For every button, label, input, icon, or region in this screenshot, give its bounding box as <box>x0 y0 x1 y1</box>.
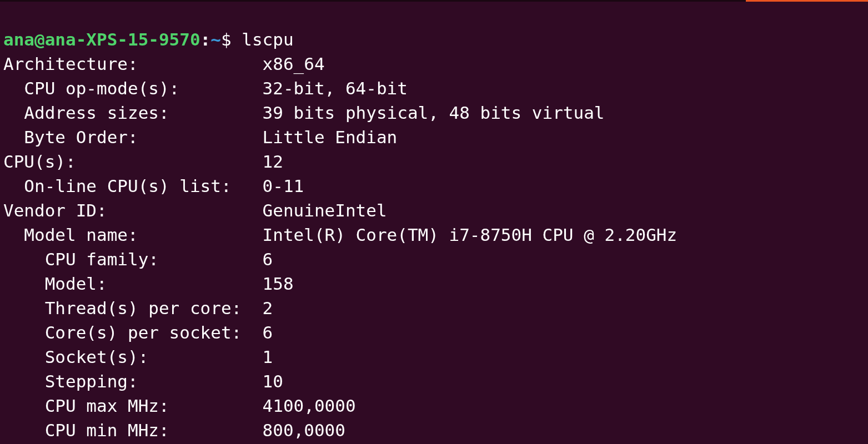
output-value: 0-11 <box>263 176 304 196</box>
prompt-dollar: $ <box>221 29 242 49</box>
output-label: Core(s) per socket: <box>3 322 263 342</box>
output-value: 10 <box>263 371 283 391</box>
output-label: CPU family: <box>3 249 263 269</box>
output-label: Byte Order: <box>3 127 263 147</box>
output-label: Model name: <box>3 225 263 245</box>
output-row: Thread(s) per core: 2 <box>3 296 865 320</box>
window-top-edge-dark <box>0 0 746 2</box>
output-row: Architecture: x86_64 <box>3 52 865 76</box>
output-label: Address sizes: <box>3 103 263 123</box>
output-label: CPU op-mode(s): <box>3 78 263 98</box>
output-value: 6 <box>263 249 273 269</box>
output-label: Vendor ID: <box>3 200 263 220</box>
output-row: Stepping: 10 <box>3 369 865 393</box>
output-row: Vendor ID: GenuineIntel <box>3 198 865 223</box>
window-top-edge <box>0 0 868 2</box>
output-value: 158 <box>263 274 294 294</box>
output-row: Model name: Intel(R) Core(TM) i7-8750H C… <box>3 223 865 247</box>
output-value: Intel(R) Core(TM) i7-8750H CPU @ 2.20GHz <box>263 225 678 245</box>
prompt-line: ana@ana-XPS-15-9570:~$ lscpu <box>3 27 865 52</box>
output-label: On-line CPU(s) list: <box>3 176 263 196</box>
output-value: 32-bit, 64-bit <box>263 78 408 98</box>
prompt-path: ~ <box>210 29 221 49</box>
terminal-viewport[interactable]: ana@ana-XPS-15-9570:~$ lscpuArchitecture… <box>0 2 868 444</box>
window-top-edge-accent <box>746 0 868 2</box>
output-row: CPU op-mode(s): 32-bit, 64-bit <box>3 76 865 100</box>
output-value: 4100,0000 <box>263 396 356 416</box>
output-label: CPU max MHz: <box>3 396 263 416</box>
output-row: On-line CPU(s) list: 0-11 <box>3 174 865 198</box>
output-row: CPU min MHz: 800,0000 <box>3 418 865 442</box>
output-row: Core(s) per socket: 6 <box>3 320 865 345</box>
output-value: 800,0000 <box>263 420 345 440</box>
output-label: CPU(s): <box>3 152 263 171</box>
output-value: 2 <box>263 298 273 318</box>
output-value: 12 <box>263 152 283 171</box>
output-value: 39 bits physical, 48 bits virtual <box>263 103 605 123</box>
output-value: x86_64 <box>263 54 325 74</box>
prompt-colon: : <box>200 29 211 49</box>
output-value: 1 <box>263 347 273 367</box>
output-value: 6 <box>263 322 273 342</box>
output-row: Address sizes: 39 bits physical, 48 bits… <box>3 100 865 125</box>
command-text: lscpu <box>242 29 293 49</box>
output-label: Model: <box>3 274 263 294</box>
output-label: CPU min MHz: <box>3 420 263 440</box>
output-row: Socket(s): 1 <box>3 345 865 369</box>
output-value: Little Endian <box>263 127 398 147</box>
output-row: CPU max MHz: 4100,0000 <box>3 393 865 418</box>
output-row: CPU family: 6 <box>3 247 865 271</box>
output-label: Architecture: <box>3 54 263 74</box>
prompt-user-host: ana@ana-XPS-15-9570 <box>3 29 200 49</box>
output-row: Byte Order: Little Endian <box>3 125 865 149</box>
output-label: Socket(s): <box>3 347 263 367</box>
output-row: CPU(s): 12 <box>3 149 865 174</box>
output-value: GenuineIntel <box>263 200 387 220</box>
lscpu-output: Architecture: x86_64 CPU op-mode(s): 32-… <box>3 52 865 444</box>
output-label: Stepping: <box>3 371 263 391</box>
output-label: Thread(s) per core: <box>3 298 263 318</box>
output-row: Model: 158 <box>3 271 865 296</box>
